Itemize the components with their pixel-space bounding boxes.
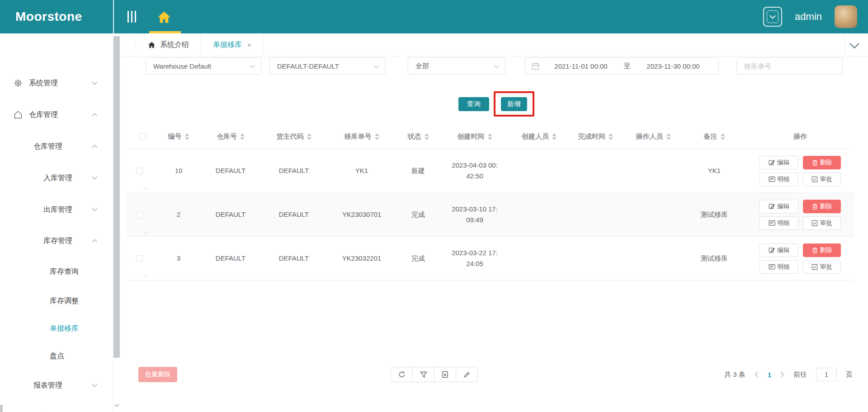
batch-delete-button[interactable]: 批量删除 [138, 367, 177, 382]
prev-page-button[interactable] [755, 371, 759, 378]
delete-button[interactable]: 删除 [803, 156, 841, 169]
chevron-down-icon [92, 384, 98, 387]
sidebar-item-inventory-query[interactable]: 库存查询 [0, 262, 113, 281]
chevron-down-icon [250, 62, 255, 70]
pagination: 共 3 条 1 前往 页 [724, 367, 853, 382]
avatar[interactable] [835, 5, 857, 28]
sort-icon[interactable] [666, 133, 671, 140]
column-header-owner[interactable]: 货主代码 [262, 125, 326, 149]
sidebar-item-label: 报表管理 [33, 381, 62, 390]
approve-button[interactable]: 审批 [803, 260, 841, 274]
close-icon[interactable]: × [247, 41, 251, 49]
column-edit-button[interactable] [456, 367, 478, 382]
collapse-menu-icon[interactable] [127, 11, 139, 23]
approve-button[interactable]: 审批 [803, 216, 841, 230]
cell-order-no: YK23030701 [326, 193, 398, 236]
sort-icon[interactable] [307, 133, 311, 140]
calendar-icon [532, 62, 539, 70]
refresh-icon [398, 371, 406, 378]
sort-icon[interactable] [375, 133, 379, 140]
add-button[interactable]: 新增 [501, 97, 527, 111]
filter-button[interactable] [412, 367, 434, 382]
checkbox-suffix: ... [144, 183, 149, 192]
home-icon[interactable] [157, 11, 171, 23]
sort-icon[interactable] [425, 133, 429, 140]
current-page-number[interactable]: 1 [768, 371, 771, 379]
column-header-warehouse[interactable]: 仓库号 [199, 125, 262, 149]
check-square-icon [811, 220, 818, 226]
column-header-creator[interactable]: 创建人员 [511, 125, 567, 149]
select-all-checkbox[interactable] [139, 133, 146, 140]
detail-button[interactable]: 明细 [760, 260, 798, 274]
delete-button[interactable]: 删除 [803, 243, 841, 257]
column-header-status[interactable]: 状态 [398, 125, 439, 149]
sort-icon[interactable] [185, 133, 189, 140]
refresh-button[interactable] [391, 367, 413, 382]
vertical-scrollbar[interactable] [113, 36, 120, 358]
sidebar-item-warehouse-mgmt-sub[interactable]: 仓库管理 [0, 137, 113, 155]
row-checkbox[interactable] [136, 255, 143, 262]
sidebar-nav: 系统管理 仓库管理 仓库管理 入库管理 出库管理 [0, 33, 113, 412]
detail-button[interactable]: 明细 [760, 216, 798, 230]
sidebar-item-system-mgmt[interactable]: 系统管理 [0, 74, 113, 92]
date-to-value[interactable]: 2023-11-30 00:00 [638, 62, 708, 70]
scrollbar-down-arrow-icon[interactable] [114, 402, 120, 408]
goto-page-input[interactable] [816, 368, 837, 381]
username-label: admin [795, 11, 822, 23]
edit-button[interactable]: 编辑 [760, 243, 798, 257]
detail-button[interactable]: 明细 [760, 173, 798, 186]
sidebar-item-doc-transfer[interactable]: 单据移库 [0, 319, 113, 337]
chevron-down-icon [767, 10, 778, 23]
sort-icon[interactable] [609, 133, 613, 140]
order-no-input[interactable] [737, 62, 842, 70]
edit-button[interactable]: 编辑 [760, 200, 798, 213]
sidebar-item-inventory-adjust[interactable]: 库存调整 [0, 292, 113, 310]
cell-owner: DEFAULT [262, 149, 326, 192]
column-header-operator[interactable]: 操作人员 [624, 125, 683, 149]
check-square-icon [811, 264, 818, 270]
tab-doc-transfer[interactable]: 单据移库 × [201, 33, 264, 56]
row-checkbox[interactable] [136, 211, 143, 218]
warehouse-select[interactable]: Warehouse Default [146, 57, 261, 75]
status-select[interactable]: 全部 [408, 57, 505, 75]
delete-button[interactable]: 删除 [803, 200, 841, 213]
sort-icon[interactable] [721, 133, 725, 140]
column-header-remark[interactable]: 备注 [683, 125, 746, 149]
layout-toggle-button[interactable] [763, 7, 782, 27]
row-checkbox[interactable] [136, 168, 143, 174]
chevron-up-icon [92, 239, 98, 243]
next-page-button[interactable] [780, 371, 784, 378]
sidebar-item-inbound-mgmt[interactable]: 入库管理 [0, 169, 113, 187]
sidebar-item-warehouse-mgmt[interactable]: 仓库管理 [0, 106, 113, 124]
search-button[interactable]: 查询 [458, 97, 489, 111]
column-header-id[interactable]: 编号 [158, 125, 199, 149]
table-toolbar [391, 367, 478, 382]
trash-icon [812, 159, 818, 166]
column-header-created-time[interactable]: 创建时间 [439, 125, 511, 149]
date-range-separator: 至 [616, 62, 638, 70]
sidebar-item-outbound-mgmt[interactable]: 出库管理 [0, 201, 113, 219]
sidebar-item-label: 库存调整 [50, 296, 79, 306]
sort-icon[interactable] [488, 133, 492, 140]
cell-warehouse: DEFAULT [199, 237, 262, 280]
column-header-finish-time[interactable]: 完成时间 [567, 125, 624, 149]
date-from-value[interactable]: 2021-11-01 00:00 [546, 62, 616, 70]
tab-system-intro[interactable]: 系统介绍 [136, 33, 201, 56]
tab-list-chevron-down-icon[interactable] [849, 42, 860, 51]
sidebar-item-inventory-mgmt[interactable]: 库存管理 [0, 232, 113, 250]
export-button[interactable] [434, 367, 456, 382]
chevron-up-icon [92, 145, 98, 148]
cell-warehouse: DEFAULT [199, 149, 262, 192]
owner-select[interactable]: DEFAULT-DEFAULT [269, 57, 385, 75]
sort-icon[interactable] [240, 133, 245, 140]
column-header-order-no[interactable]: 移库单号 [326, 125, 398, 149]
approve-button[interactable]: 审批 [803, 173, 841, 186]
date-range-picker[interactable]: 2021-11-01 00:00 至 2023-11-30 00:00 [525, 57, 719, 75]
sidebar-item-import-mgmt[interactable]: 导入管理 [0, 407, 113, 412]
edit-button[interactable]: 编辑 [760, 156, 798, 169]
sidebar-item-stocktake[interactable]: 盘点 [0, 347, 113, 365]
table-row: ... 3 DEFAULT DEFAULT YK23032201 完成 2023… [127, 237, 854, 281]
sort-icon[interactable] [552, 133, 557, 140]
sidebar-item-report-mgmt[interactable]: 报表管理 [0, 376, 113, 394]
cell-creator [511, 237, 567, 280]
